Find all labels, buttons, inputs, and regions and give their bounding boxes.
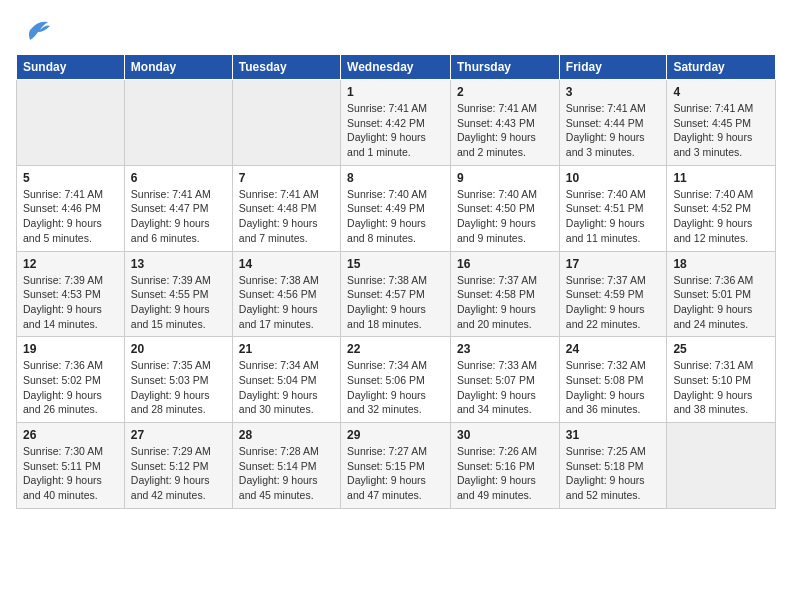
day-number: 24 — [566, 342, 661, 356]
day-number: 16 — [457, 257, 553, 271]
day-info: Sunrise: 7:37 AM Sunset: 4:59 PM Dayligh… — [566, 273, 661, 332]
day-number: 1 — [347, 85, 444, 99]
day-info: Sunrise: 7:38 AM Sunset: 4:56 PM Dayligh… — [239, 273, 334, 332]
calendar-day-cell: 16Sunrise: 7:37 AM Sunset: 4:58 PM Dayli… — [451, 251, 560, 337]
day-number: 30 — [457, 428, 553, 442]
day-number: 15 — [347, 257, 444, 271]
calendar-day-cell: 27Sunrise: 7:29 AM Sunset: 5:12 PM Dayli… — [124, 423, 232, 509]
weekday-header-cell: Sunday — [17, 55, 125, 80]
calendar-day-cell: 8Sunrise: 7:40 AM Sunset: 4:49 PM Daylig… — [341, 165, 451, 251]
day-info: Sunrise: 7:29 AM Sunset: 5:12 PM Dayligh… — [131, 444, 226, 503]
logo — [16, 16, 50, 44]
weekday-header-cell: Friday — [559, 55, 667, 80]
day-info: Sunrise: 7:40 AM Sunset: 4:51 PM Dayligh… — [566, 187, 661, 246]
day-info: Sunrise: 7:30 AM Sunset: 5:11 PM Dayligh… — [23, 444, 118, 503]
day-info: Sunrise: 7:41 AM Sunset: 4:43 PM Dayligh… — [457, 101, 553, 160]
calendar-day-cell: 25Sunrise: 7:31 AM Sunset: 5:10 PM Dayli… — [667, 337, 776, 423]
logo-bird-icon — [20, 16, 50, 44]
day-number: 6 — [131, 171, 226, 185]
calendar-week-row: 1Sunrise: 7:41 AM Sunset: 4:42 PM Daylig… — [17, 80, 776, 166]
day-number: 25 — [673, 342, 769, 356]
calendar-day-cell — [17, 80, 125, 166]
calendar-week-row: 26Sunrise: 7:30 AM Sunset: 5:11 PM Dayli… — [17, 423, 776, 509]
day-info: Sunrise: 7:39 AM Sunset: 4:53 PM Dayligh… — [23, 273, 118, 332]
day-number: 22 — [347, 342, 444, 356]
calendar-day-cell — [667, 423, 776, 509]
day-info: Sunrise: 7:41 AM Sunset: 4:48 PM Dayligh… — [239, 187, 334, 246]
day-number: 18 — [673, 257, 769, 271]
day-info: Sunrise: 7:32 AM Sunset: 5:08 PM Dayligh… — [566, 358, 661, 417]
day-info: Sunrise: 7:27 AM Sunset: 5:15 PM Dayligh… — [347, 444, 444, 503]
weekday-header-cell: Tuesday — [232, 55, 340, 80]
calendar-day-cell: 12Sunrise: 7:39 AM Sunset: 4:53 PM Dayli… — [17, 251, 125, 337]
day-number: 8 — [347, 171, 444, 185]
day-info: Sunrise: 7:40 AM Sunset: 4:52 PM Dayligh… — [673, 187, 769, 246]
calendar-week-row: 12Sunrise: 7:39 AM Sunset: 4:53 PM Dayli… — [17, 251, 776, 337]
day-number: 9 — [457, 171, 553, 185]
calendar-day-cell: 24Sunrise: 7:32 AM Sunset: 5:08 PM Dayli… — [559, 337, 667, 423]
calendar-day-cell: 9Sunrise: 7:40 AM Sunset: 4:50 PM Daylig… — [451, 165, 560, 251]
day-info: Sunrise: 7:33 AM Sunset: 5:07 PM Dayligh… — [457, 358, 553, 417]
weekday-header-cell: Saturday — [667, 55, 776, 80]
calendar-day-cell: 21Sunrise: 7:34 AM Sunset: 5:04 PM Dayli… — [232, 337, 340, 423]
calendar-day-cell: 17Sunrise: 7:37 AM Sunset: 4:59 PM Dayli… — [559, 251, 667, 337]
day-number: 31 — [566, 428, 661, 442]
day-info: Sunrise: 7:40 AM Sunset: 4:49 PM Dayligh… — [347, 187, 444, 246]
calendar-day-cell: 28Sunrise: 7:28 AM Sunset: 5:14 PM Dayli… — [232, 423, 340, 509]
day-info: Sunrise: 7:28 AM Sunset: 5:14 PM Dayligh… — [239, 444, 334, 503]
day-info: Sunrise: 7:41 AM Sunset: 4:45 PM Dayligh… — [673, 101, 769, 160]
day-info: Sunrise: 7:41 AM Sunset: 4:44 PM Dayligh… — [566, 101, 661, 160]
page-header — [16, 16, 776, 44]
day-info: Sunrise: 7:41 AM Sunset: 4:46 PM Dayligh… — [23, 187, 118, 246]
calendar-day-cell: 18Sunrise: 7:36 AM Sunset: 5:01 PM Dayli… — [667, 251, 776, 337]
day-number: 13 — [131, 257, 226, 271]
weekday-header-cell: Thursday — [451, 55, 560, 80]
calendar-day-cell: 3Sunrise: 7:41 AM Sunset: 4:44 PM Daylig… — [559, 80, 667, 166]
calendar-day-cell: 1Sunrise: 7:41 AM Sunset: 4:42 PM Daylig… — [341, 80, 451, 166]
calendar-day-cell: 7Sunrise: 7:41 AM Sunset: 4:48 PM Daylig… — [232, 165, 340, 251]
day-info: Sunrise: 7:41 AM Sunset: 4:47 PM Dayligh… — [131, 187, 226, 246]
calendar-day-cell: 29Sunrise: 7:27 AM Sunset: 5:15 PM Dayli… — [341, 423, 451, 509]
day-number: 21 — [239, 342, 334, 356]
calendar-day-cell: 13Sunrise: 7:39 AM Sunset: 4:55 PM Dayli… — [124, 251, 232, 337]
day-number: 11 — [673, 171, 769, 185]
calendar-day-cell: 4Sunrise: 7:41 AM Sunset: 4:45 PM Daylig… — [667, 80, 776, 166]
day-info: Sunrise: 7:35 AM Sunset: 5:03 PM Dayligh… — [131, 358, 226, 417]
day-number: 27 — [131, 428, 226, 442]
day-info: Sunrise: 7:39 AM Sunset: 4:55 PM Dayligh… — [131, 273, 226, 332]
calendar-day-cell — [124, 80, 232, 166]
calendar-day-cell: 26Sunrise: 7:30 AM Sunset: 5:11 PM Dayli… — [17, 423, 125, 509]
day-info: Sunrise: 7:36 AM Sunset: 5:01 PM Dayligh… — [673, 273, 769, 332]
day-number: 23 — [457, 342, 553, 356]
calendar-table: SundayMondayTuesdayWednesdayThursdayFrid… — [16, 54, 776, 509]
calendar-day-cell — [232, 80, 340, 166]
day-number: 3 — [566, 85, 661, 99]
calendar-day-cell: 5Sunrise: 7:41 AM Sunset: 4:46 PM Daylig… — [17, 165, 125, 251]
day-number: 26 — [23, 428, 118, 442]
day-number: 7 — [239, 171, 334, 185]
day-number: 5 — [23, 171, 118, 185]
day-number: 20 — [131, 342, 226, 356]
day-number: 2 — [457, 85, 553, 99]
calendar-day-cell: 6Sunrise: 7:41 AM Sunset: 4:47 PM Daylig… — [124, 165, 232, 251]
day-info: Sunrise: 7:25 AM Sunset: 5:18 PM Dayligh… — [566, 444, 661, 503]
day-number: 12 — [23, 257, 118, 271]
weekday-header-row: SundayMondayTuesdayWednesdayThursdayFrid… — [17, 55, 776, 80]
day-number: 14 — [239, 257, 334, 271]
day-info: Sunrise: 7:34 AM Sunset: 5:04 PM Dayligh… — [239, 358, 334, 417]
day-info: Sunrise: 7:26 AM Sunset: 5:16 PM Dayligh… — [457, 444, 553, 503]
day-number: 4 — [673, 85, 769, 99]
day-info: Sunrise: 7:38 AM Sunset: 4:57 PM Dayligh… — [347, 273, 444, 332]
day-number: 17 — [566, 257, 661, 271]
calendar-day-cell: 14Sunrise: 7:38 AM Sunset: 4:56 PM Dayli… — [232, 251, 340, 337]
calendar-day-cell: 20Sunrise: 7:35 AM Sunset: 5:03 PM Dayli… — [124, 337, 232, 423]
calendar-day-cell: 23Sunrise: 7:33 AM Sunset: 5:07 PM Dayli… — [451, 337, 560, 423]
day-info: Sunrise: 7:41 AM Sunset: 4:42 PM Dayligh… — [347, 101, 444, 160]
day-number: 19 — [23, 342, 118, 356]
calendar-day-cell: 15Sunrise: 7:38 AM Sunset: 4:57 PM Dayli… — [341, 251, 451, 337]
day-info: Sunrise: 7:40 AM Sunset: 4:50 PM Dayligh… — [457, 187, 553, 246]
calendar-day-cell: 11Sunrise: 7:40 AM Sunset: 4:52 PM Dayli… — [667, 165, 776, 251]
calendar-day-cell: 2Sunrise: 7:41 AM Sunset: 4:43 PM Daylig… — [451, 80, 560, 166]
day-info: Sunrise: 7:37 AM Sunset: 4:58 PM Dayligh… — [457, 273, 553, 332]
day-info: Sunrise: 7:36 AM Sunset: 5:02 PM Dayligh… — [23, 358, 118, 417]
